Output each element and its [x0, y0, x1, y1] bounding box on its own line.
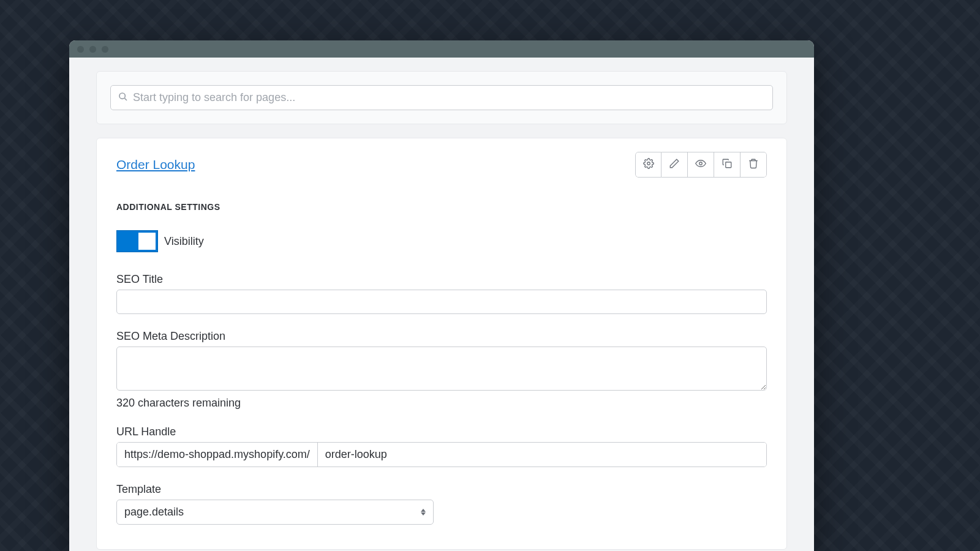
search-field[interactable] [110, 85, 773, 110]
svg-point-3 [699, 162, 703, 165]
seo-meta-group: SEO Meta Description 320 characters rema… [116, 330, 767, 410]
seo-title-label: SEO Title [116, 273, 767, 286]
template-select[interactable]: page.details [116, 500, 434, 525]
gear-icon [643, 158, 654, 171]
settings-button[interactable] [635, 152, 662, 178]
window-titlebar [69, 40, 814, 58]
preview-button[interactable] [688, 152, 714, 178]
section-heading: ADDITIONAL SETTINGS [116, 202, 767, 212]
settings-panel: Order Lookup [96, 138, 787, 550]
template-label: Template [116, 483, 767, 496]
url-handle-input[interactable] [318, 443, 766, 467]
visibility-toggle[interactable] [116, 230, 158, 252]
page-actions-toolbar [635, 152, 767, 178]
template-group: Template page.details [116, 483, 767, 525]
url-handle-label: URL Handle [116, 425, 767, 438]
window-minimize-button[interactable] [89, 46, 96, 53]
copy-icon [722, 158, 733, 171]
window-zoom-button[interactable] [102, 46, 108, 53]
page-title-link[interactable]: Order Lookup [116, 157, 195, 172]
search-panel [96, 71, 787, 124]
panel-header: Order Lookup [116, 152, 767, 178]
seo-meta-label: SEO Meta Description [116, 330, 767, 343]
edit-button[interactable] [662, 152, 688, 178]
app-window: Order Lookup [69, 40, 814, 551]
toggle-knob [138, 233, 156, 250]
seo-meta-helper: 320 characters remaining [116, 397, 767, 410]
duplicate-button[interactable] [714, 152, 741, 178]
svg-rect-4 [726, 162, 731, 168]
svg-point-2 [647, 162, 650, 165]
url-handle-row: https://demo-shoppad.myshopify.com/ [116, 442, 767, 467]
window-content: Order Lookup [69, 58, 814, 550]
delete-button[interactable] [741, 152, 767, 178]
search-icon [118, 92, 128, 104]
visibility-row: Visibility [116, 230, 767, 252]
eye-icon [695, 158, 707, 171]
svg-line-1 [124, 98, 127, 100]
select-arrows-icon [421, 509, 426, 515]
pencil-icon [669, 158, 680, 171]
window-close-button[interactable] [77, 46, 84, 53]
search-input[interactable] [133, 91, 765, 104]
trash-icon [748, 158, 759, 171]
url-handle-group: URL Handle https://demo-shoppad.myshopif… [116, 425, 767, 467]
seo-meta-textarea[interactable] [116, 347, 767, 391]
url-prefix: https://demo-shoppad.myshopify.com/ [117, 443, 318, 467]
visibility-label: Visibility [164, 235, 204, 248]
seo-title-group: SEO Title [116, 273, 767, 314]
svg-point-0 [119, 93, 125, 99]
template-value: page.details [124, 506, 421, 519]
seo-title-input[interactable] [116, 290, 767, 314]
